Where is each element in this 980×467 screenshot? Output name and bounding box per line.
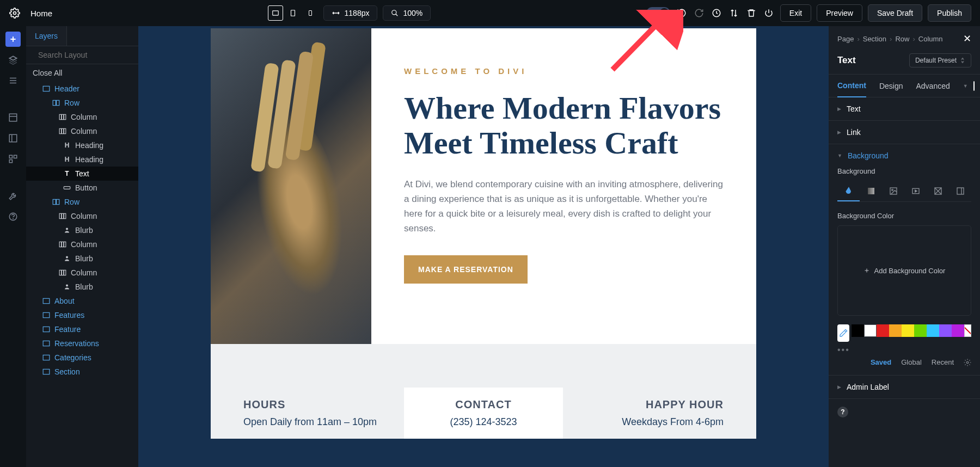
topbar-center: 1188px 100% — [60, 5, 639, 21]
color-swatch[interactable] — [889, 324, 902, 337]
device-mobile-button[interactable] — [303, 5, 318, 21]
preview-button[interactable]: Preview — [817, 4, 862, 22]
device-desktop-button[interactable] — [268, 5, 283, 21]
bg-tab-pattern[interactable] — [927, 181, 949, 201]
dropdown-icon[interactable]: ▼ — [963, 83, 968, 89]
layer-item[interactable]: Section — [26, 365, 138, 379]
color-swatch[interactable] — [902, 324, 914, 337]
layer-item[interactable]: Categories — [26, 351, 138, 365]
wireframe-icon[interactable] — [5, 110, 21, 125]
layer-item[interactable]: Blurb — [26, 280, 138, 294]
layer-item[interactable]: About — [26, 294, 138, 308]
info-col-hours[interactable]: HOURS Open Daily from 11am – 10pm — [232, 398, 391, 439]
search-input[interactable] — [38, 51, 133, 59]
library-icon[interactable] — [5, 151, 21, 167]
layer-item[interactable]: HHeading — [26, 152, 138, 167]
layer-item[interactable]: Column — [26, 237, 138, 251]
crumb-section[interactable]: Section — [863, 35, 886, 43]
layer-item[interactable]: Column — [26, 124, 138, 138]
info-col-happy-hour[interactable]: HAPPY HOUR Weekdays From 4-6pm — [576, 398, 734, 439]
global-tab[interactable]: Global — [901, 358, 922, 366]
list-nav-icon[interactable] — [5, 73, 21, 88]
gear-icon[interactable] — [9, 7, 21, 19]
expand-icon[interactable] — [973, 81, 975, 91]
layer-item[interactable]: Reservations — [26, 336, 138, 351]
layer-item[interactable]: Row — [26, 96, 138, 110]
trash-icon[interactable] — [745, 7, 757, 19]
dark-mode-toggle[interactable]: ☾ — [646, 7, 670, 19]
swatch-none[interactable] — [964, 324, 971, 337]
crumb-column[interactable]: Column — [918, 35, 943, 43]
color-swatch[interactable] — [914, 324, 927, 337]
layer-item[interactable]: Blurb — [26, 223, 138, 237]
svg-rect-33 — [59, 213, 62, 218]
color-swatch[interactable] — [927, 324, 939, 337]
layers-nav-icon[interactable] — [5, 52, 21, 67]
canvas-width-input[interactable]: 1188px — [323, 5, 378, 21]
section-text-head[interactable]: ▶Text — [829, 97, 980, 120]
tab-design[interactable]: Design — [879, 75, 903, 97]
crumb-page[interactable]: Page — [837, 35, 854, 43]
bg-tab-mask[interactable] — [949, 181, 971, 201]
saved-tab[interactable]: Saved — [871, 358, 891, 366]
tools-icon[interactable] — [5, 188, 21, 204]
hero-cta-button[interactable]: MAKE A RESERVATION — [404, 255, 528, 284]
close-icon[interactable]: ✕ — [963, 33, 971, 45]
exit-button[interactable]: Exit — [780, 4, 811, 22]
layers-tab[interactable]: Layers — [26, 26, 67, 46]
undo-icon[interactable] — [676, 7, 688, 19]
section-admin-label-head[interactable]: ▶Admin Label — [829, 376, 980, 398]
info-col-contact[interactable]: CONTACT (235) 124-3523 — [404, 388, 562, 439]
layer-item[interactable]: Row — [26, 195, 138, 209]
recent-tab[interactable]: Recent — [932, 358, 954, 366]
layer-item[interactable]: Column — [26, 209, 138, 223]
template-icon[interactable] — [5, 131, 21, 146]
tab-content[interactable]: Content — [837, 75, 866, 97]
section-link-head[interactable]: ▶Link — [829, 121, 980, 144]
settings-icon[interactable] — [964, 359, 971, 366]
preset-button[interactable]: Default Preset — [909, 53, 971, 67]
layer-item[interactable]: Button — [26, 181, 138, 195]
more-dots-icon[interactable]: ••• — [837, 345, 971, 355]
bg-tab-color[interactable] — [837, 181, 860, 201]
hero-title[interactable]: Where Modern Flavors Meet Timeless Craft — [404, 91, 724, 161]
layer-item[interactable]: Column — [26, 110, 138, 124]
canvas[interactable]: WELCOME TO DIVI Where Modern Flavors Mee… — [138, 26, 829, 467]
save-tabs: Saved Global Recent — [837, 358, 971, 366]
help-nav-icon[interactable] — [5, 209, 21, 224]
kicker-text[interactable]: WELCOME TO DIVI — [404, 66, 724, 76]
add-button[interactable] — [5, 32, 21, 47]
layer-item[interactable]: Header — [26, 82, 138, 96]
layer-item[interactable]: TText — [26, 167, 138, 181]
crumb-row[interactable]: Row — [895, 35, 909, 43]
color-swatch[interactable] — [939, 324, 952, 337]
power-icon[interactable] — [763, 7, 775, 19]
help-icon[interactable]: ? — [837, 407, 848, 417]
layer-item[interactable]: Column — [26, 266, 138, 280]
bg-tab-gradient[interactable] — [860, 181, 882, 201]
color-swatch[interactable] — [952, 324, 964, 337]
device-tablet-button[interactable] — [285, 5, 301, 21]
layer-item[interactable]: HHeading — [26, 138, 138, 152]
home-link[interactable]: Home — [30, 9, 52, 18]
history-icon[interactable] — [710, 7, 722, 19]
add-bg-color-button[interactable]: Add Background Color — [837, 225, 971, 316]
layer-item[interactable]: Blurb — [26, 251, 138, 266]
tab-advanced[interactable]: Advanced — [916, 75, 950, 97]
section-background-head[interactable]: ▼Background — [829, 144, 980, 167]
swatch-eyedropper[interactable] — [837, 324, 849, 342]
zoom-input[interactable]: 100% — [383, 5, 431, 21]
color-swatch[interactable] — [852, 324, 864, 337]
close-all-button[interactable]: Close All — [26, 64, 138, 82]
sort-icon[interactable] — [728, 7, 740, 19]
layer-item[interactable]: Features — [26, 308, 138, 322]
hero-text[interactable]: At Divi, we blend contemporary cuisine w… — [404, 177, 724, 236]
publish-button[interactable]: Publish — [928, 4, 971, 22]
color-swatch[interactable] — [864, 324, 877, 337]
redo-icon[interactable] — [693, 7, 705, 19]
bg-tab-image[interactable] — [882, 181, 904, 201]
save-draft-button[interactable]: Save Draft — [868, 4, 922, 22]
color-swatch[interactable] — [877, 324, 889, 337]
bg-tab-video[interactable] — [904, 181, 927, 201]
layer-item[interactable]: Feature — [26, 322, 138, 336]
